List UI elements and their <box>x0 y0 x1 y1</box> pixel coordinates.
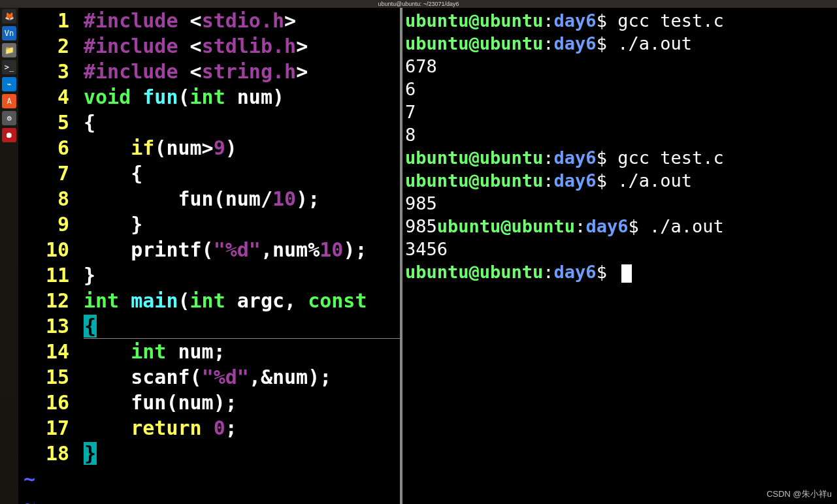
terminal-output: 8 <box>405 125 416 145</box>
prompt-dollar: $ <box>597 148 618 168</box>
software-store-icon[interactable]: A <box>2 94 16 108</box>
settings-icon[interactable]: ⚙ <box>2 111 16 125</box>
token: scanf( <box>84 366 202 388</box>
token: void <box>84 86 142 108</box>
code-line[interactable]: int num; <box>84 339 400 364</box>
code-line[interactable]: return 0; <box>84 415 400 441</box>
token: stdlib.h <box>202 35 297 57</box>
workspace: 123456789101112131415161718 #include <st… <box>18 8 837 504</box>
terminal-line: ubuntu@ubuntu:day6$ gcc test.c <box>405 9 834 32</box>
line-number: 2 <box>18 33 77 59</box>
code-line[interactable]: { <box>84 110 400 135</box>
prompt-user: ubuntu@ubuntu <box>405 148 543 168</box>
prompt-separator: : <box>575 216 585 236</box>
terminal-pane[interactable]: ubuntu@ubuntu:day6$ gcc test.cubuntu@ubu… <box>402 8 837 504</box>
line-number: 9 <box>18 212 77 237</box>
line-number: 18 <box>18 441 77 466</box>
terminal-output: 6 <box>405 79 416 99</box>
line-number: 4 <box>18 84 77 110</box>
code-line[interactable]: fun(num/10); <box>84 186 400 212</box>
prompt-dollar: $ <box>628 216 649 236</box>
terminal-line: ubuntu@ubuntu:day6$ <box>405 260 834 283</box>
token: ) <box>272 86 284 108</box>
token: 10 <box>272 187 296 210</box>
token: { <box>84 111 95 134</box>
code-line[interactable]: scanf("%d",&num); <box>84 364 400 390</box>
prompt-dollar: $ <box>597 262 618 282</box>
line-number: 10 <box>18 237 77 262</box>
token: ); <box>296 187 320 210</box>
token: ; <box>225 417 237 439</box>
vscode-icon[interactable]: ⌁ <box>2 77 16 91</box>
terminal-line: 678 <box>405 55 834 78</box>
terminal-icon[interactable]: >_ <box>2 60 16 74</box>
line-number: 7 <box>18 161 77 186</box>
code-line[interactable]: { <box>84 313 400 339</box>
code-line[interactable]: } <box>84 212 400 237</box>
token: ,&num); <box>249 366 331 388</box>
token: num; <box>178 340 225 363</box>
code-line[interactable]: fun(num); <box>84 390 400 415</box>
token: > <box>296 60 308 83</box>
token <box>84 340 131 363</box>
code-line[interactable]: { <box>84 161 400 186</box>
token: const <box>308 289 367 312</box>
code-line[interactable]: #include <string.h> <box>84 59 400 84</box>
token: ( <box>178 289 190 312</box>
token: 10 <box>320 238 343 261</box>
token: > <box>296 35 308 57</box>
code-line[interactable]: if(num>9) <box>84 135 400 161</box>
token: } <box>84 264 95 287</box>
code-line[interactable]: void fun(int num) <box>84 84 400 110</box>
token: #include <box>84 60 190 83</box>
token <box>84 136 131 159</box>
prompt-user: ubuntu@ubuntu <box>405 33 543 54</box>
code-line[interactable]: } <box>84 262 400 288</box>
token: (num> <box>154 136 213 159</box>
token: ( <box>178 86 190 108</box>
token: printf( <box>84 238 214 261</box>
prompt-user: ubuntu@ubuntu <box>405 10 543 31</box>
code-line[interactable]: } <box>84 441 400 466</box>
prompt-path: day6 <box>554 148 597 168</box>
terminal-line: ubuntu@ubuntu:day6$ ./a.out <box>405 169 834 192</box>
code-area[interactable]: #include <stdio.h>#include <stdlib.h>#in… <box>84 8 400 466</box>
terminal-line: ubuntu@ubuntu:day6$ ./a.out <box>405 32 834 55</box>
terminal-command: ./a.out <box>617 33 692 54</box>
terminal-output: 3456 <box>405 239 448 259</box>
token <box>84 417 131 439</box>
vim-editor-pane[interactable]: 123456789101112131415161718 #include <st… <box>18 8 400 504</box>
prompt-separator: : <box>543 170 553 191</box>
line-number: 14 <box>18 339 77 364</box>
code-line[interactable]: int main(int argc, const <box>84 288 400 313</box>
prompt-separator: : <box>543 10 553 31</box>
terminal-line: 6 <box>405 78 834 101</box>
launcher-dock: 🦊 Vn 📁 >_ ⌁ A ⚙ ⏺ <box>0 8 18 504</box>
prompt-dollar: $ <box>597 33 618 54</box>
prompt-path: day6 <box>554 10 597 31</box>
line-number: 15 <box>18 364 77 390</box>
desktop: 🦊 Vn 📁 >_ ⌁ A ⚙ ⏺ 1234567891011121314151… <box>0 8 837 504</box>
prompt-path: day6 <box>554 33 597 54</box>
token: fun <box>142 86 178 108</box>
token: stdio.h <box>202 9 284 32</box>
token: fun(num); <box>84 391 237 414</box>
code-line[interactable]: printf("%d",num%10); <box>84 237 400 262</box>
files-icon[interactable]: 📁 <box>2 43 16 57</box>
screenshot-icon[interactable]: ⏺ <box>2 128 16 142</box>
terminal-line: 985ubuntu@ubuntu:day6$ ./a.out <box>405 215 834 238</box>
token: { <box>84 315 97 338</box>
terminal-line: 3456 <box>405 238 834 260</box>
terminal-command: gcc test.c <box>617 10 724 31</box>
code-line[interactable]: #include <stdlib.h> <box>84 33 400 59</box>
terminal-output: 7 <box>405 102 416 122</box>
window-titlebar: ubuntu@ubuntu: ~/23071/day6 <box>0 0 837 8</box>
prompt-user: ubuntu@ubuntu <box>405 262 543 282</box>
prompt-user: ubuntu@ubuntu <box>437 216 575 236</box>
vim-tilde: ~ <box>18 466 35 492</box>
firefox-icon[interactable]: 🦊 <box>2 9 16 24</box>
line-number: 8 <box>18 186 77 212</box>
token: < <box>190 9 202 32</box>
vnc-icon[interactable]: Vn <box>2 26 16 40</box>
code-line[interactable]: #include <stdio.h> <box>84 8 400 33</box>
